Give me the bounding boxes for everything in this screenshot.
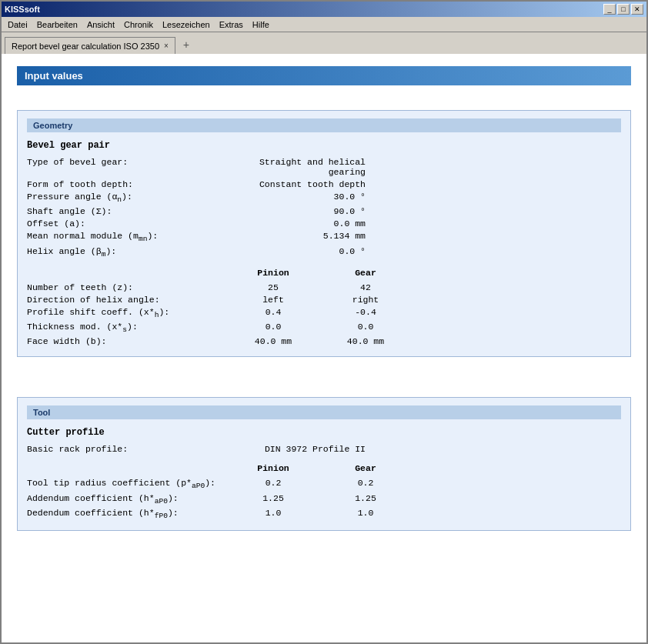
table-row-thickness-mod: Thickness mod. (x*s): 0.0 0.0 xyxy=(27,322,621,334)
th-pinion: Pinion xyxy=(227,268,319,278)
table-row-teeth: Number of teeth (z): 25 42 xyxy=(27,282,621,292)
tab-report[interactable]: Report bevel gear calculation ISO 2350 × xyxy=(5,37,175,54)
value-mean-normal-module: 5.134 mm xyxy=(227,231,381,241)
content-area: Input values Geometry Bevel gear pair Ty… xyxy=(2,54,646,642)
th-tool-label-empty xyxy=(27,463,227,473)
td-pinion-profile-shift: 0.4 xyxy=(227,307,319,319)
td-label-profile-shift: Profile shift coeff. (x*h): xyxy=(27,307,227,319)
table-row-dedendum: Dedendum coefficient (h*fP0): 1.0 1.0 xyxy=(27,508,621,520)
row-shaft-angle: Shaft angle (Σ): 90.0 ° xyxy=(27,206,621,216)
menu-chronik[interactable]: Chronik xyxy=(119,18,158,31)
td-gear-tip-radius: 0.2 xyxy=(319,478,412,490)
value-basic-rack: DIN 3972 Profile II xyxy=(227,444,381,454)
value-offset: 0.0 mm xyxy=(227,219,381,229)
table-row-addendum: Addendum coefficient (h*aP0): 1.25 1.25 xyxy=(27,493,621,506)
maximize-button[interactable]: □ xyxy=(617,4,630,15)
td-gear-profile-shift: -0.4 xyxy=(319,307,412,319)
window-title: KISSsoft xyxy=(5,5,40,14)
label-mean-normal-module: Mean normal module (mmn): xyxy=(27,231,227,243)
row-basic-rack: Basic rack profile: DIN 3972 Profile II xyxy=(27,444,621,454)
td-pinion-dedendum: 1.0 xyxy=(227,508,319,520)
tool-table-header: Pinion Gear xyxy=(27,463,621,473)
label-helix-angle: Helix angle (βm): xyxy=(27,246,227,259)
minimize-button[interactable]: _ xyxy=(603,4,616,15)
row-form-tooth: Form of tooth depth: Constant tooth dept… xyxy=(27,179,621,189)
tab-add-button[interactable]: + xyxy=(179,38,194,52)
td-pinion-helix-dir: left xyxy=(227,295,319,305)
td-label-dedendum: Dedendum coefficient (h*fP0): xyxy=(27,508,227,520)
menu-datei[interactable]: Datei xyxy=(3,18,32,31)
label-basic-rack: Basic rack profile: xyxy=(27,444,227,454)
value-pressure-angle: 30.0 ° xyxy=(227,192,381,202)
td-label-face-width: Face width (b): xyxy=(27,336,227,346)
geometry-header: Geometry xyxy=(27,118,621,132)
label-pressure-angle: Pressure angle (αn): xyxy=(27,192,227,204)
bevel-gear-pair-label: Bevel gear pair xyxy=(27,140,621,151)
td-pinion-thickness-mod: 0.0 xyxy=(227,322,319,334)
menu-bar: Datei Bearbeiten Ansicht Chronik Lesezei… xyxy=(2,17,646,32)
label-shaft-angle: Shaft angle (Σ): xyxy=(27,206,227,216)
menu-ansicht[interactable]: Ansicht xyxy=(82,18,119,31)
td-pinion-teeth: 25 xyxy=(227,282,319,292)
td-gear-thickness-mod: 0.0 xyxy=(319,322,412,334)
menu-hilfe[interactable]: Hilfe xyxy=(248,18,274,31)
row-mean-normal-module: Mean normal module (mmn): 5.134 mm xyxy=(27,231,621,243)
main-window: KISSsoft _ □ ✕ Datei Bearbeiten Ansicht … xyxy=(0,0,648,644)
tab-bar: Report bevel gear calculation ISO 2350 ×… xyxy=(2,32,646,54)
close-button[interactable]: ✕ xyxy=(631,4,643,15)
td-pinion-tip-radius: 0.2 xyxy=(227,478,319,490)
title-buttons: _ □ ✕ xyxy=(603,4,643,15)
td-label-thickness-mod: Thickness mod. (x*s): xyxy=(27,322,227,334)
tool-section: Tool Cutter profile Basic rack profile: … xyxy=(17,397,631,531)
menu-extras[interactable]: Extras xyxy=(215,18,248,31)
td-gear-addendum: 1.25 xyxy=(319,493,412,506)
row-helix-angle: Helix angle (βm): 0.0 ° xyxy=(27,246,621,259)
row-type-bevel: Type of bevel gear: Straight and helical… xyxy=(27,157,621,177)
label-type-bevel: Type of bevel gear: xyxy=(27,157,227,167)
main-content[interactable]: Input values Geometry Bevel gear pair Ty… xyxy=(2,54,646,642)
label-form-tooth: Form of tooth depth: xyxy=(27,179,227,189)
td-label-helix-dir: Direction of helix angle: xyxy=(27,295,227,305)
td-gear-face-width: 40.0 mm xyxy=(319,336,412,346)
row-pressure-angle: Pressure angle (αn): 30.0 ° xyxy=(27,192,621,204)
th-tool-gear: Gear xyxy=(319,463,412,473)
th-label-empty xyxy=(27,268,227,278)
table-row-face-width: Face width (b): 40.0 mm 40.0 mm xyxy=(27,336,621,346)
table-row-helix-dir: Direction of helix angle: left right xyxy=(27,295,621,305)
table-row-profile-shift: Profile shift coeff. (x*h): 0.4 -0.4 xyxy=(27,307,621,319)
tab-close-icon[interactable]: × xyxy=(164,42,169,50)
value-shaft-angle: 90.0 ° xyxy=(227,206,381,216)
td-gear-teeth: 42 xyxy=(319,282,412,292)
td-pinion-addendum: 1.25 xyxy=(227,493,319,506)
label-offset: Offset (a): xyxy=(27,219,227,229)
td-gear-dedendum: 1.0 xyxy=(319,508,412,520)
tab-label: Report bevel gear calculation ISO 2350 xyxy=(12,42,159,51)
value-helix-angle: 0.0 ° xyxy=(227,246,381,256)
td-gear-helix-dir: right xyxy=(319,295,412,305)
input-values-header: Input values xyxy=(17,66,631,85)
tool-header: Tool xyxy=(27,405,621,419)
menu-bearbeiten[interactable]: Bearbeiten xyxy=(32,18,82,31)
geometry-section: Geometry Bevel gear pair Type of bevel g… xyxy=(17,110,631,357)
menu-lesezeichen[interactable]: Lesezeichen xyxy=(158,18,215,31)
td-label-tip-radius: Tool tip radius coefficient (p*aP0): xyxy=(27,478,227,490)
td-label-teeth: Number of teeth (z): xyxy=(27,282,227,292)
th-gear: Gear xyxy=(319,268,412,278)
title-bar: KISSsoft _ □ ✕ xyxy=(2,2,646,17)
geometry-table-header: Pinion Gear xyxy=(27,268,621,278)
value-type-bevel: Straight and helical gearing xyxy=(227,157,381,177)
th-tool-pinion: Pinion xyxy=(227,463,319,473)
row-offset: Offset (a): 0.0 mm xyxy=(27,219,621,229)
cutter-profile-label: Cutter profile xyxy=(27,427,621,438)
table-row-tip-radius: Tool tip radius coefficient (p*aP0): 0.2… xyxy=(27,478,621,490)
td-pinion-face-width: 40.0 mm xyxy=(227,336,319,346)
td-label-addendum: Addendum coefficient (h*aP0): xyxy=(27,493,227,506)
value-form-tooth: Constant tooth depth xyxy=(227,179,381,189)
